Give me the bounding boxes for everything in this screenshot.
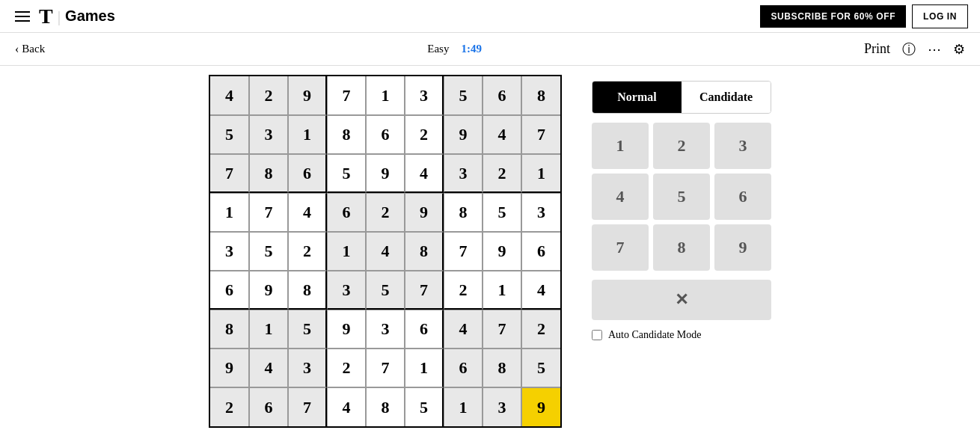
sudoku-cell[interactable]: 9	[521, 387, 560, 426]
sudoku-cell[interactable]: 2	[288, 232, 327, 271]
sudoku-cell[interactable]: 6	[366, 115, 405, 154]
sudoku-cell[interactable]: 1	[366, 76, 405, 115]
help-icon[interactable]: ⓘ	[902, 40, 916, 58]
subscribe-button[interactable]: SUBSCRIBE FOR 60% OFF	[760, 5, 906, 28]
sudoku-cell[interactable]: 3	[327, 271, 366, 310]
sudoku-cell[interactable]: 6	[405, 310, 444, 349]
sudoku-cell[interactable]: 8	[483, 349, 521, 387]
sudoku-cell[interactable]: 4	[521, 271, 560, 310]
hamburger-menu[interactable]	[12, 8, 33, 25]
sudoku-cell[interactable]: 7	[288, 387, 327, 426]
login-button[interactable]: LOG IN	[912, 4, 968, 28]
sudoku-cell[interactable]: 8	[288, 271, 327, 310]
normal-mode-button[interactable]: Normal	[592, 82, 682, 113]
sudoku-cell[interactable]: 5	[405, 387, 444, 426]
sudoku-cell[interactable]: 3	[444, 154, 483, 193]
sudoku-cell[interactable]: 4	[405, 154, 444, 193]
back-nav[interactable]: ‹ Back	[15, 43, 45, 56]
sudoku-cell[interactable]: 4	[288, 193, 327, 232]
sudoku-cell[interactable]: 3	[288, 349, 327, 387]
sudoku-cell[interactable]: 1	[483, 271, 521, 310]
numpad-button-8[interactable]: 8	[653, 224, 710, 271]
numpad-button-1[interactable]: 1	[592, 123, 649, 169]
sudoku-cell[interactable]: 2	[405, 115, 444, 154]
sudoku-cell[interactable]: 8	[366, 387, 405, 426]
sudoku-cell[interactable]: 1	[327, 232, 366, 271]
candidate-mode-button[interactable]: Candidate	[682, 82, 771, 113]
sudoku-cell[interactable]: 6	[288, 154, 327, 193]
settings-icon[interactable]: ⚙	[953, 41, 965, 58]
sudoku-cell[interactable]: 5	[210, 115, 249, 154]
numpad-button-2[interactable]: 2	[653, 123, 710, 169]
sudoku-cell[interactable]: 2	[366, 193, 405, 232]
numpad-button-3[interactable]: 3	[714, 123, 771, 169]
sudoku-cell[interactable]: 9	[366, 154, 405, 193]
sudoku-cell[interactable]: 9	[210, 349, 249, 387]
numpad-button-7[interactable]: 7	[592, 224, 649, 271]
sudoku-cell[interactable]: 5	[249, 232, 288, 271]
sudoku-cell[interactable]: 1	[249, 310, 288, 349]
sudoku-cell[interactable]: 9	[444, 115, 483, 154]
sudoku-cell[interactable]: 2	[249, 76, 288, 115]
sudoku-cell[interactable]: 7	[483, 310, 521, 349]
sudoku-cell[interactable]: 5	[483, 193, 521, 232]
auto-candidate-checkbox[interactable]	[592, 330, 602, 340]
sudoku-cell[interactable]: 5	[366, 271, 405, 310]
sudoku-cell[interactable]: 7	[210, 154, 249, 193]
sudoku-cell[interactable]: 7	[405, 271, 444, 310]
sudoku-cell[interactable]: 3	[210, 232, 249, 271]
sudoku-cell[interactable]: 8	[521, 76, 560, 115]
sudoku-cell[interactable]: 3	[249, 115, 288, 154]
sudoku-cell[interactable]: 9	[483, 232, 521, 271]
numpad-button-4[interactable]: 4	[592, 174, 649, 220]
sudoku-cell[interactable]: 8	[249, 154, 288, 193]
sudoku-cell[interactable]: 4	[366, 232, 405, 271]
sudoku-cell[interactable]: 3	[405, 76, 444, 115]
numpad-button-6[interactable]: 6	[714, 174, 771, 220]
sudoku-cell[interactable]: 1	[444, 387, 483, 426]
sudoku-cell[interactable]: 7	[366, 349, 405, 387]
sudoku-cell[interactable]: 7	[249, 193, 288, 232]
more-options-icon[interactable]: ⋯	[928, 41, 941, 58]
sudoku-cell[interactable]: 1	[521, 154, 560, 193]
sudoku-cell[interactable]: 4	[210, 76, 249, 115]
sudoku-cell[interactable]: 3	[366, 310, 405, 349]
sudoku-cell[interactable]: 6	[249, 387, 288, 426]
sudoku-cell[interactable]: 6	[327, 193, 366, 232]
sudoku-cell[interactable]: 9	[405, 193, 444, 232]
sudoku-cell[interactable]: 4	[483, 115, 521, 154]
sudoku-cell[interactable]: 6	[521, 232, 560, 271]
sudoku-cell[interactable]: 9	[288, 76, 327, 115]
sudoku-cell[interactable]: 9	[327, 310, 366, 349]
sudoku-cell[interactable]: 2	[444, 271, 483, 310]
sudoku-cell[interactable]: 6	[210, 271, 249, 310]
numpad-button-5[interactable]: 5	[653, 174, 710, 220]
sudoku-cell[interactable]: 5	[521, 349, 560, 387]
sudoku-cell[interactable]: 4	[249, 349, 288, 387]
sudoku-cell[interactable]: 7	[521, 115, 560, 154]
sudoku-cell[interactable]: 8	[210, 310, 249, 349]
sudoku-cell[interactable]: 6	[444, 349, 483, 387]
sudoku-cell[interactable]: 1	[210, 193, 249, 232]
numpad-button-9[interactable]: 9	[714, 224, 771, 271]
sudoku-cell[interactable]: 1	[405, 349, 444, 387]
sudoku-cell[interactable]: 5	[327, 154, 366, 193]
sudoku-cell[interactable]: 7	[327, 76, 366, 115]
sudoku-cell[interactable]: 5	[444, 76, 483, 115]
sudoku-cell[interactable]: 5	[288, 310, 327, 349]
sudoku-cell[interactable]: 2	[210, 387, 249, 426]
sudoku-cell[interactable]: 7	[444, 232, 483, 271]
sudoku-cell[interactable]: 4	[444, 310, 483, 349]
sudoku-cell[interactable]: 9	[249, 271, 288, 310]
sudoku-cell[interactable]: 8	[444, 193, 483, 232]
sudoku-cell[interactable]: 4	[327, 387, 366, 426]
erase-button[interactable]: ✕	[592, 280, 771, 320]
sudoku-cell[interactable]: 3	[521, 193, 560, 232]
print-label[interactable]: Print	[864, 41, 890, 57]
sudoku-cell[interactable]: 1	[288, 115, 327, 154]
sudoku-cell[interactable]: 8	[327, 115, 366, 154]
sudoku-cell[interactable]: 2	[327, 349, 366, 387]
sudoku-cell[interactable]: 3	[483, 387, 521, 426]
sudoku-cell[interactable]: 2	[483, 154, 521, 193]
sudoku-cell[interactable]: 8	[405, 232, 444, 271]
